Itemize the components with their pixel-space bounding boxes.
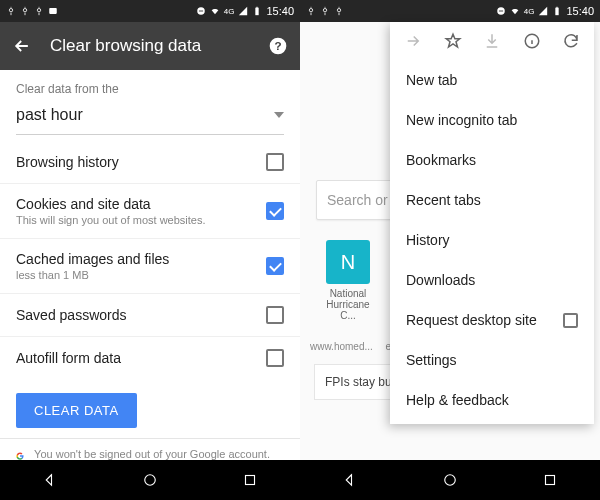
svg-rect-23 [546, 476, 555, 485]
wifi-icon [210, 6, 220, 16]
location-icon [34, 6, 44, 16]
navigation-bar [300, 460, 600, 500]
option-checkbox[interactable] [266, 257, 284, 275]
svg-rect-5 [199, 11, 203, 12]
refresh-icon[interactable] [562, 32, 580, 50]
svg-point-12 [309, 9, 312, 12]
svg-point-10 [145, 475, 156, 486]
footer-text: You won't be signed out of your Google a… [34, 447, 284, 460]
menu-item-label: New incognito tab [406, 112, 517, 128]
menu-item[interactable]: Recent tabs [390, 180, 594, 220]
tile-item[interactable]: N National Hurricane C... [322, 240, 374, 321]
battery-icon [552, 6, 562, 16]
svg-rect-7 [257, 7, 259, 8]
option-title: Browsing history [16, 154, 119, 170]
status-bar: 4G 15:40 [300, 0, 600, 22]
network-label: 4G [224, 7, 235, 16]
option-row[interactable]: Cached images and filesless than 1 MB [0, 239, 300, 294]
star-icon[interactable] [444, 32, 462, 50]
overflow-menu: New tabNew incognito tabBookmarksRecent … [390, 22, 594, 424]
menu-item[interactable]: Settings [390, 340, 594, 380]
wifi-icon [510, 6, 520, 16]
option-checkbox[interactable] [266, 349, 284, 367]
dnd-icon [496, 6, 506, 16]
menu-item-label: Bookmarks [406, 152, 476, 168]
tile-thumbnail: N [326, 240, 370, 284]
option-checkbox[interactable] [266, 202, 284, 220]
nav-back-icon[interactable] [41, 471, 59, 489]
menu-item[interactable]: Request desktop site [390, 300, 594, 340]
svg-rect-6 [256, 8, 259, 16]
menu-item[interactable]: Bookmarks [390, 140, 594, 180]
svg-rect-3 [49, 8, 57, 14]
nav-recent-icon[interactable] [241, 471, 259, 489]
option-title: Autofill form data [16, 350, 121, 366]
location-icon [334, 6, 344, 16]
option-title: Cookies and site data [16, 196, 206, 212]
svg-rect-17 [556, 8, 559, 16]
time-range-dropdown[interactable]: past hour [16, 100, 284, 135]
option-checkbox[interactable] [266, 153, 284, 171]
search-placeholder: Search or [327, 192, 388, 208]
option-title: Cached images and files [16, 251, 169, 267]
option-subtitle: This will sign you out of most websites. [16, 214, 206, 226]
menu-item[interactable]: New tab [390, 60, 594, 100]
menu-item-label: Settings [406, 352, 457, 368]
feed-source: www.homed... [310, 341, 373, 352]
info-icon[interactable] [523, 32, 541, 50]
menu-item-label: Downloads [406, 272, 475, 288]
svg-rect-18 [557, 7, 559, 8]
svg-point-0 [9, 9, 12, 12]
menu-item[interactable]: Help & feedback [390, 380, 594, 420]
option-row[interactable]: Browsing history [0, 141, 300, 184]
option-subtitle: less than 1 MB [16, 269, 169, 281]
signal-icon [538, 6, 548, 16]
device-left: 4G 15:40 Clear browsing data ? Clear dat… [0, 0, 300, 500]
menu-item-label: Help & feedback [406, 392, 509, 408]
battery-icon [252, 6, 262, 16]
content-area: Clear data from the past hour Browsing h… [0, 70, 300, 460]
svg-point-1 [23, 9, 26, 12]
google-logo-icon [16, 447, 24, 460]
location-icon [20, 6, 30, 16]
dropdown-value: past hour [16, 106, 83, 124]
nav-back-icon[interactable] [341, 471, 359, 489]
forward-icon[interactable] [404, 32, 422, 50]
menu-checkbox[interactable] [563, 313, 578, 328]
help-button[interactable]: ? [268, 36, 288, 56]
chevron-down-icon [274, 112, 284, 118]
menu-item-label: History [406, 232, 450, 248]
clear-from-label: Clear data from the [0, 70, 300, 100]
svg-point-13 [323, 9, 326, 12]
svg-text:?: ? [274, 39, 281, 52]
svg-point-22 [445, 475, 456, 486]
svg-point-2 [37, 9, 40, 12]
option-row[interactable]: Cookies and site dataThis will sign you … [0, 184, 300, 239]
nav-home-icon[interactable] [441, 471, 459, 489]
menu-item[interactable]: History [390, 220, 594, 260]
clock-label: 15:40 [266, 5, 294, 17]
menu-item-label: Recent tabs [406, 192, 481, 208]
app-header: Clear browsing data ? [0, 22, 300, 70]
option-checkbox[interactable] [266, 306, 284, 324]
nav-home-icon[interactable] [141, 471, 159, 489]
nav-recent-icon[interactable] [541, 471, 559, 489]
footer-note: You won't be signed out of your Google a… [0, 438, 300, 460]
navigation-bar [0, 460, 300, 500]
menu-item[interactable]: Downloads [390, 260, 594, 300]
back-button[interactable] [12, 36, 32, 56]
option-row[interactable]: Autofill form data [0, 337, 300, 379]
device-right: 4G 15:40 Search or N National Hurricane … [300, 0, 600, 500]
status-bar: 4G 15:40 [0, 0, 300, 22]
download-icon[interactable] [483, 32, 501, 50]
location-icon [320, 6, 330, 16]
menu-item-label: Request desktop site [406, 312, 537, 328]
option-row[interactable]: Saved passwords [0, 294, 300, 337]
options-list: Browsing historyCookies and site dataThi… [0, 135, 300, 379]
content-area: Search or N National Hurricane C... DOGn… [300, 22, 600, 460]
menu-item[interactable]: New incognito tab [390, 100, 594, 140]
signal-icon [238, 6, 248, 16]
clear-data-button[interactable]: CLEAR DATA [16, 393, 137, 428]
svg-rect-11 [246, 476, 255, 485]
svg-rect-16 [499, 11, 503, 12]
